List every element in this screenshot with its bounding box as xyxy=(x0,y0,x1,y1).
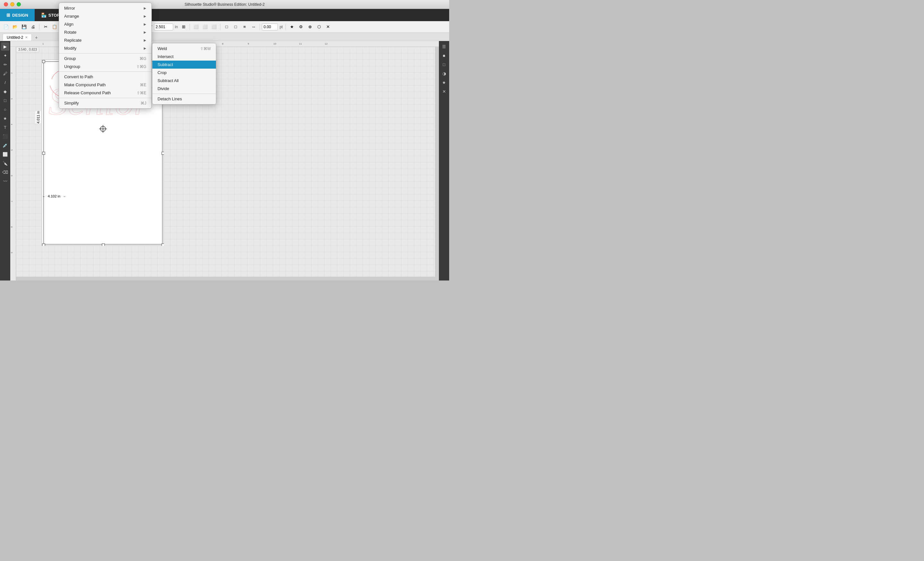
ruler-v-7: 7 xyxy=(10,200,13,202)
scrollbar-vertical[interactable] xyxy=(435,47,439,280)
menu-item-convert-to-path[interactable]: Convert to Path xyxy=(59,73,152,81)
svg-rect-4 xyxy=(42,244,45,246)
align-center[interactable]: ⬜ xyxy=(201,23,209,31)
y-input[interactable] xyxy=(154,23,173,30)
rotate-label: Rotate xyxy=(64,30,76,34)
window-title: Silhouette Studio® Business Edition: Unt… xyxy=(184,2,265,7)
width-input[interactable] xyxy=(262,23,278,30)
text-tool[interactable]: T xyxy=(1,123,9,132)
eraser-tool[interactable]: ⌫ xyxy=(1,168,9,176)
fill-button[interactable]: ■ xyxy=(440,51,448,60)
submenu-subtract-all[interactable]: Subtract All xyxy=(152,76,216,85)
scrollbar-horizontal[interactable] xyxy=(16,277,435,280)
submenu-weld[interactable]: Weld ⇧⌘W xyxy=(152,45,216,52)
separator-8 xyxy=(285,24,286,30)
coord-value: 3.540 , 0.823 xyxy=(18,48,37,51)
ungroup-btn[interactable]: □ xyxy=(231,23,240,31)
menu-item-simplify[interactable]: Simplify ⌘J xyxy=(59,99,152,107)
menu-item-group[interactable]: Group ⌘G xyxy=(59,54,152,63)
pen-tool[interactable]: 🖊 xyxy=(1,69,9,78)
rect-tool[interactable]: □ xyxy=(1,96,9,105)
copy-button[interactable]: 📋 xyxy=(50,23,59,31)
ellipse-tool[interactable]: ○ xyxy=(1,105,9,114)
open-button[interactable]: 📂 xyxy=(11,23,19,31)
document-tab[interactable]: Untitled-2 ✕ xyxy=(3,34,32,41)
align-left[interactable]: ⬜ xyxy=(192,23,200,31)
close-button[interactable] xyxy=(4,2,8,6)
transform-btn[interactable]: ↔ xyxy=(249,23,258,31)
submenu-subtract[interactable]: Subtract xyxy=(152,61,216,69)
3d-button[interactable]: ⬡ xyxy=(315,23,323,31)
stroke-button[interactable]: □ xyxy=(440,60,448,69)
settings-button[interactable]: ⚙ xyxy=(297,23,305,31)
close-doc-button[interactable]: ✕ xyxy=(324,23,332,31)
cut-button[interactable]: ✂ xyxy=(41,23,50,31)
maximize-button[interactable] xyxy=(16,2,21,6)
menu-item-replicate[interactable]: Replicate ▶ xyxy=(59,36,152,44)
rotate-arrow: ▶ xyxy=(144,30,146,34)
menu-item-ungroup[interactable]: Ungroup ⇧⌘G xyxy=(59,63,152,70)
svg-rect-7 xyxy=(102,244,105,246)
layers-button[interactable]: ☰ xyxy=(440,42,448,51)
fill-tool[interactable]: ⬛ xyxy=(1,132,9,141)
grid-toggle[interactable]: ⊞ xyxy=(179,23,188,31)
left-toolbar: ▶ ✦ ✏ 🖊 / ◆ □ ○ ★ T ⬛ 💉 ⬜ 🔪 ⌫ 〰 xyxy=(0,41,10,280)
print-button[interactable]: 🖨 xyxy=(29,23,37,31)
pencil-tool[interactable]: ✏ xyxy=(1,60,9,69)
new-button[interactable]: 📄 xyxy=(2,23,10,31)
crop-tool[interactable]: ⬜ xyxy=(1,150,9,159)
menu-item-arrange[interactable]: Arrange ▶ xyxy=(59,12,152,20)
svg-rect-8 xyxy=(42,152,45,154)
select-tool[interactable]: ▶ xyxy=(1,42,9,51)
ruler-v-8: 8 xyxy=(10,226,13,227)
weld-label: Weld xyxy=(158,46,167,51)
menu-item-rotate[interactable]: Rotate ▶ xyxy=(59,28,152,36)
coordinate-display: 3.540 , 0.823 xyxy=(16,47,39,52)
node-tool[interactable]: ✦ xyxy=(1,51,9,60)
submenu-sep xyxy=(152,94,216,94)
weld-shortcut: ⇧⌘W xyxy=(200,46,211,51)
mirror-arrow: ▶ xyxy=(144,6,146,10)
menu-item-modify[interactable]: Modify ▶ Weld ⇧⌘W Intersect Subtract Cro… xyxy=(59,44,152,52)
save-button[interactable]: 💾 xyxy=(20,23,28,31)
menu-item-mirror[interactable]: Mirror ▶ xyxy=(59,4,152,12)
tab-close-icon[interactable]: ✕ xyxy=(25,36,28,39)
align-distribute[interactable]: ≡ xyxy=(240,23,249,31)
minimize-button[interactable] xyxy=(10,2,14,6)
height-label: 4.011 in xyxy=(35,111,41,123)
align-arrow: ▶ xyxy=(144,22,146,26)
tab-design-label: DESIGN xyxy=(12,13,28,18)
target-button[interactable]: ⊕ xyxy=(306,23,314,31)
knife-tool[interactable]: 🔪 xyxy=(1,159,9,168)
submenu-divide[interactable]: Divide xyxy=(152,85,216,93)
star-button[interactable]: ★ xyxy=(288,23,296,31)
modify-arrow: ▶ xyxy=(144,46,146,50)
group-btn[interactable]: □ xyxy=(222,23,231,31)
right-close[interactable]: ✕ xyxy=(440,87,448,96)
context-menu[interactable]: Mirror ▶ Arrange ▶ Align ▶ Rotate ▶ Repl… xyxy=(59,3,152,109)
submenu-intersect[interactable]: Intersect xyxy=(152,52,216,61)
menu-item-align[interactable]: Align ▶ xyxy=(59,20,152,28)
menu-item-release-compound[interactable]: Release Compound Path ⇧⌘E xyxy=(59,89,152,97)
effects-button[interactable]: ★ xyxy=(440,78,448,87)
eyedrop-tool[interactable]: 💉 xyxy=(1,141,9,150)
new-tab-button[interactable]: + xyxy=(33,34,39,41)
separator-1 xyxy=(39,24,39,30)
submenu-detach-lines[interactable]: Detach Lines xyxy=(152,95,216,103)
star-tool[interactable]: ★ xyxy=(1,114,9,123)
window-controls[interactable] xyxy=(4,2,21,6)
warp-tool[interactable]: 〰 xyxy=(1,177,9,185)
ungroup-label: Ungroup xyxy=(64,64,80,69)
ruler-v-9: 9 xyxy=(10,252,13,253)
ruler-tick-1: 1 xyxy=(42,42,44,45)
submenu-crop[interactable]: Crop xyxy=(152,69,216,76)
shadow-button[interactable]: ◑ xyxy=(440,69,448,78)
ungroup-shortcut: ⇧⌘G xyxy=(136,64,146,69)
width-label: 4.102 in xyxy=(47,194,61,198)
tab-design[interactable]: ⊞ DESIGN xyxy=(0,9,34,21)
align-right[interactable]: ⬜ xyxy=(210,23,218,31)
menu-item-make-compound[interactable]: Make Compound Path ⌘E xyxy=(59,81,152,89)
line-tool[interactable]: / xyxy=(1,78,9,87)
modify-submenu[interactable]: Weld ⇧⌘W Intersect Subtract Crop Subtrac… xyxy=(152,43,216,105)
shape-tool[interactable]: ◆ xyxy=(1,87,9,96)
